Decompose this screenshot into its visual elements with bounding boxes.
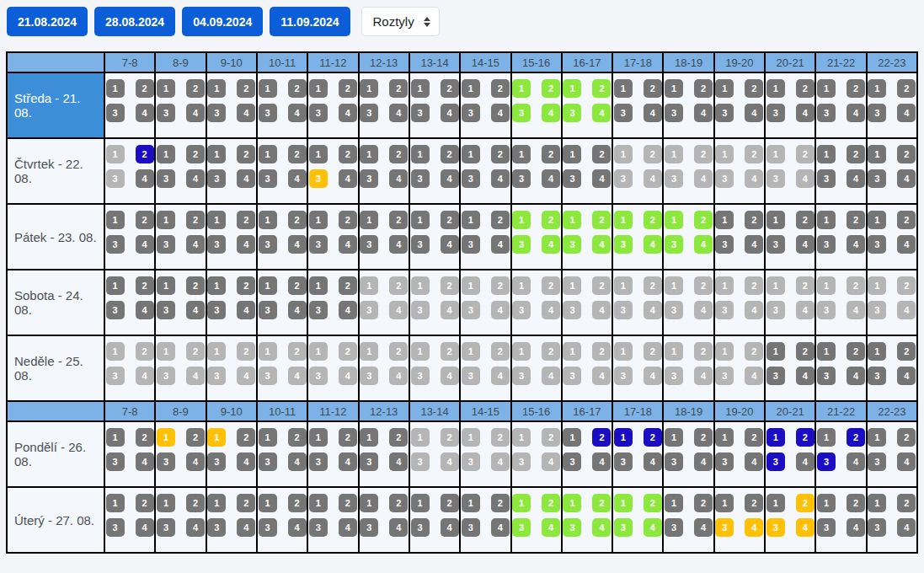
court-slot-button-reserved[interactable]: 2: [847, 428, 865, 447]
court-slot-button-selected[interactable]: 3: [512, 235, 531, 254]
court-slot-button-available[interactable]: 2: [745, 211, 763, 229]
court-slot-button-available[interactable]: 3: [106, 235, 125, 254]
court-slot-button-available[interactable]: 2: [441, 145, 459, 163]
court-slot-button-available[interactable]: 4: [389, 104, 408, 122]
court-slot-button-available[interactable]: 4: [847, 518, 865, 537]
court-slot-button-available[interactable]: 3: [259, 453, 277, 471]
court-slot-button-available[interactable]: 3: [868, 518, 886, 537]
court-slot-button-available[interactable]: 4: [491, 518, 510, 537]
court-slot-button-available[interactable]: 1: [411, 211, 430, 229]
court-slot-button-reserved[interactable]: 1: [614, 428, 633, 447]
court-slot-button-available[interactable]: 4: [237, 169, 255, 188]
court-slot-button-selected[interactable]: 4: [592, 235, 611, 254]
court-slot-button-pending[interactable]: 3: [766, 518, 785, 537]
court-slot-button-available[interactable]: 2: [897, 145, 916, 163]
court-slot-button-available[interactable]: 2: [339, 276, 357, 295]
court-slot-button-available[interactable]: 1: [259, 145, 277, 163]
court-slot-button-available[interactable]: 3: [411, 104, 430, 122]
court-slot-button-available[interactable]: 2: [237, 145, 255, 163]
court-slot-button-available[interactable]: 4: [389, 235, 408, 254]
court-slot-button-available[interactable]: 4: [136, 518, 154, 537]
court-slot-button-available[interactable]: 4: [694, 518, 713, 537]
court-slot-button-available[interactable]: 1: [715, 211, 734, 229]
court-slot-button-available[interactable]: 1: [868, 428, 886, 447]
court-slot-button-available[interactable]: 2: [897, 494, 916, 512]
court-slot-button-available[interactable]: 2: [186, 211, 205, 229]
court-slot-button-available[interactable]: 1: [462, 494, 480, 512]
court-slot-button-available[interactable]: 1: [817, 211, 836, 229]
court-slot-button-available[interactable]: 4: [136, 169, 154, 188]
court-slot-button-available[interactable]: 3: [512, 169, 531, 188]
court-slot-button-available[interactable]: 1: [817, 342, 836, 361]
court-slot-button-available[interactable]: 3: [817, 169, 836, 188]
court-slot-button-selected[interactable]: 2: [542, 211, 560, 229]
court-slot-button-available[interactable]: 2: [288, 145, 307, 163]
court-slot-button-selected[interactable]: 4: [644, 518, 662, 537]
court-slot-button-available[interactable]: 3: [614, 453, 633, 471]
court-slot-button-available[interactable]: 4: [847, 453, 865, 471]
court-slot-button-available[interactable]: 2: [136, 276, 154, 295]
court-slot-button-available[interactable]: 3: [207, 169, 226, 188]
court-slot-button-available[interactable]: 3: [817, 518, 836, 537]
court-slot-button-available[interactable]: 1: [665, 79, 683, 98]
court-slot-button-available[interactable]: 4: [644, 104, 662, 122]
court-slot-button-available[interactable]: 3: [563, 169, 581, 188]
court-slot-button-available[interactable]: 1: [715, 428, 734, 447]
court-slot-button-reserved[interactable]: 3: [766, 453, 785, 471]
court-slot-button-available[interactable]: 1: [360, 145, 378, 163]
court-slot-button-available[interactable]: 1: [259, 494, 277, 512]
court-slot-button-available[interactable]: 4: [491, 104, 510, 122]
court-slot-button-available[interactable]: 3: [563, 453, 581, 471]
court-slot-button-available[interactable]: 4: [694, 104, 713, 122]
court-slot-button-available[interactable]: 4: [288, 169, 307, 188]
date-button-1[interactable]: 21.08.2024: [7, 7, 88, 36]
court-slot-button-available[interactable]: 3: [157, 301, 175, 319]
court-slot-button-available[interactable]: 2: [745, 494, 763, 512]
court-slot-button-available[interactable]: 4: [237, 301, 255, 319]
court-slot-button-available[interactable]: 2: [186, 428, 205, 447]
court-slot-button-available[interactable]: 2: [186, 494, 205, 512]
court-slot-button-available[interactable]: 2: [847, 494, 865, 512]
court-slot-button-available[interactable]: 3: [309, 301, 328, 319]
court-slot-button-available[interactable]: 2: [694, 428, 713, 447]
court-slot-button-selected[interactable]: 3: [563, 104, 581, 122]
court-slot-button-available[interactable]: 1: [106, 211, 125, 229]
court-slot-button-available[interactable]: 4: [237, 453, 255, 471]
court-slot-button-available[interactable]: 3: [106, 104, 125, 122]
court-slot-button-pending[interactable]: 4: [796, 518, 815, 537]
court-slot-button-available[interactable]: 1: [259, 276, 277, 295]
court-slot-button-selected[interactable]: 2: [592, 211, 611, 229]
court-slot-button-available[interactable]: 3: [309, 518, 328, 537]
court-slot-button-available[interactable]: 1: [259, 428, 277, 447]
court-slot-button-available[interactable]: 1: [106, 494, 125, 512]
court-slot-button-available[interactable]: 2: [237, 428, 255, 447]
court-slot-button-available[interactable]: 2: [288, 211, 307, 229]
court-slot-button-available[interactable]: 3: [665, 518, 683, 537]
court-slot-button-available[interactable]: 1: [309, 79, 328, 98]
court-slot-button-available[interactable]: 4: [186, 453, 205, 471]
court-slot-button-available[interactable]: 3: [207, 301, 226, 319]
court-slot-button-available[interactable]: 1: [868, 211, 886, 229]
court-slot-button-available[interactable]: 1: [868, 494, 886, 512]
court-slot-button-available[interactable]: 3: [207, 453, 226, 471]
court-slot-button-selected[interactable]: 4: [542, 104, 560, 122]
court-slot-button-available[interactable]: 4: [288, 301, 307, 319]
court-slot-button-available[interactable]: 1: [309, 494, 328, 512]
court-slot-button-available[interactable]: 2: [389, 211, 408, 229]
court-slot-button-available[interactable]: 2: [441, 79, 459, 98]
court-slot-button-available[interactable]: 1: [360, 494, 378, 512]
court-slot-button-available[interactable]: 3: [157, 235, 175, 254]
court-slot-button-available[interactable]: 4: [796, 367, 815, 385]
court-slot-button-available[interactable]: 3: [817, 367, 836, 385]
court-slot-button-available[interactable]: 3: [207, 518, 226, 537]
court-slot-button-available[interactable]: 1: [868, 145, 886, 163]
court-slot-button-available[interactable]: 3: [360, 169, 378, 188]
court-slot-button-available[interactable]: 1: [309, 211, 328, 229]
court-slot-button-available[interactable]: 1: [665, 494, 683, 512]
court-slot-button-available[interactable]: 1: [207, 276, 226, 295]
court-slot-button-selected[interactable]: 2: [644, 211, 662, 229]
court-slot-button-available[interactable]: 4: [796, 104, 815, 122]
court-slot-button-available[interactable]: 4: [339, 301, 357, 319]
court-slot-button-available[interactable]: 2: [389, 428, 408, 447]
court-slot-button-available[interactable]: 1: [207, 494, 226, 512]
